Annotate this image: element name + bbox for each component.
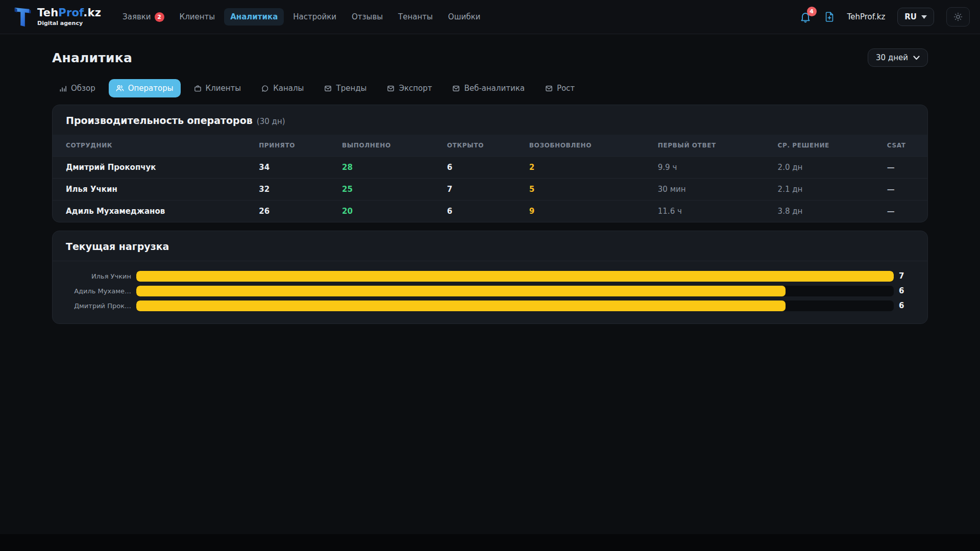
reopened-value: 2: [524, 157, 653, 179]
tab-export[interactable]: Экспорт: [380, 79, 439, 97]
table-row[interactable]: Илья Учкин 32 25 7 5 30 мин 2.1 дн —: [53, 179, 927, 201]
briefcase-icon: [194, 85, 202, 92]
first-response-value: 9.9 ч: [653, 157, 773, 179]
tab-operators[interactable]: Операторы: [109, 79, 181, 97]
main-nav: Заявки 2 Клиенты Аналитика Настройки Отз…: [116, 8, 486, 26]
column-header: ВЫПОЛНЕНО: [337, 135, 442, 157]
open-value: 6: [442, 157, 524, 179]
tab-trends[interactable]: Тренды: [317, 79, 374, 97]
mail-icon: [545, 85, 553, 92]
nav-item-clients[interactable]: Клиенты: [174, 8, 222, 26]
bar-track: [136, 286, 894, 296]
avg-resolution-value: 2.0 дн: [773, 157, 882, 179]
nav-item-errors[interactable]: Ошибки: [442, 8, 486, 26]
chart-row: Адиль Мухаме… 6: [66, 285, 914, 296]
chart-category-label: Илья Учкин: [66, 272, 131, 280]
tab-label: Рост: [557, 84, 575, 93]
bar-value: 7: [899, 271, 914, 281]
bar-value: 6: [899, 286, 914, 295]
completed-value: 20: [337, 201, 442, 222]
accepted-value: 34: [254, 157, 337, 179]
csat-value: —: [882, 201, 927, 222]
nav-item-tenants[interactable]: Тенанты: [392, 8, 439, 26]
caret-down-icon: [921, 15, 927, 19]
employee-name: Адиль Мухамеджанов: [53, 201, 254, 222]
tab-label: Клиенты: [206, 84, 241, 93]
nav-item-label: Отзывы: [352, 12, 383, 21]
bar-fill: [136, 300, 786, 311]
first-response-value: 30 мин: [653, 179, 773, 201]
table-row[interactable]: Дмитрий Прокопчук 34 28 6 2 9.9 ч 2.0 дн…: [53, 157, 927, 179]
brand-logo-text: TehProf.kz Digital agency: [37, 7, 101, 27]
notifications-count-badge: 4: [807, 7, 817, 16]
users-icon: [116, 84, 124, 92]
nav-item-requests[interactable]: Заявки 2: [116, 8, 170, 26]
employee-name: Дмитрий Прокопчук: [53, 157, 254, 179]
tab-label: Обзор: [71, 84, 95, 93]
table-header-row: СОТРУДНИК ПРИНЯТО ВЫПОЛНЕНО ОТКРЫТО ВОЗО…: [53, 135, 927, 157]
column-header: ВОЗОБНОВЛЕНО: [524, 135, 653, 157]
tab-clients[interactable]: Клиенты: [187, 79, 249, 97]
nav-item-analytics[interactable]: Аналитика: [224, 8, 284, 26]
reopened-value: 5: [524, 179, 653, 201]
page-header: Аналитика 30 дней: [52, 48, 928, 67]
chart-row: Дмитрий Прок… 6: [66, 300, 914, 311]
current-load-bar-chart: Илья Учкин 7 Адиль Мухаме… 6 Дмитрий Про…: [53, 261, 927, 323]
current-load-card: Текущая нагрузка Илья Учкин 7 Адиль Муха…: [52, 231, 928, 324]
tab-channels[interactable]: Каналы: [254, 79, 311, 97]
mail-icon: [387, 85, 395, 92]
file-plus-icon: [824, 11, 835, 23]
card-period-note: (30 дн): [257, 117, 285, 126]
csat-value: —: [882, 157, 927, 179]
chat-bubble-icon: [261, 85, 269, 92]
tab-label: Веб-аналитика: [464, 84, 524, 93]
card-title: Текущая нагрузка: [66, 241, 169, 252]
card-header: Текущая нагрузка: [53, 231, 927, 261]
nav-item-settings[interactable]: Настройки: [287, 8, 342, 26]
column-header: ОТКРЫТО: [442, 135, 524, 157]
bar-fill: [136, 271, 894, 282]
tab-overview[interactable]: Обзор: [52, 79, 103, 97]
language-selector[interactable]: RU: [897, 8, 934, 26]
brand-logo[interactable]: TehProf.kz Digital agency: [13, 6, 101, 28]
nav-item-reviews[interactable]: Отзывы: [346, 8, 389, 26]
chevron-down-icon: [913, 56, 920, 60]
reopened-value: 9: [524, 201, 653, 222]
chart-category-label: Адиль Мухаме…: [66, 287, 131, 295]
brand-logo-icon: [13, 6, 33, 28]
tab-web-analytics[interactable]: Веб-аналитика: [445, 79, 531, 97]
notifications-button[interactable]: 4: [799, 11, 812, 23]
period-select[interactable]: 30 дней: [868, 48, 928, 67]
table-row[interactable]: Адиль Мухамеджанов 26 20 6 9 11.6 ч 3.8 …: [53, 201, 927, 222]
completed-value: 28: [337, 157, 442, 179]
period-value: 30 дней: [876, 53, 908, 62]
column-header: ПРИНЯТО: [254, 135, 337, 157]
tab-label: Операторы: [128, 84, 174, 93]
card-header: Производительность операторов (30 дн): [53, 105, 927, 135]
first-response-value: 11.6 ч: [653, 201, 773, 222]
column-header: СР. РЕШЕНИЕ: [773, 135, 882, 157]
new-document-button[interactable]: [824, 11, 835, 23]
bar-fill: [136, 286, 786, 296]
column-header: ПЕРВЫЙ ОТВЕТ: [653, 135, 773, 157]
tab-label: Каналы: [273, 84, 304, 93]
analytics-page: Аналитика 30 дней Обзор Операторы: [0, 34, 980, 534]
column-header: СОТРУДНИК: [53, 135, 254, 157]
accepted-value: 26: [254, 201, 337, 222]
bar-chart-icon: [59, 85, 67, 92]
mail-icon: [452, 85, 460, 92]
brand-tagline: Digital agency: [37, 20, 83, 27]
avg-resolution-value: 3.8 дн: [773, 201, 882, 222]
nav-item-label: Клиенты: [180, 12, 215, 21]
bar-track: [136, 271, 894, 282]
theme-toggle-button[interactable]: [946, 7, 970, 27]
operators-performance-card: Производительность операторов (30 дн) СО…: [52, 105, 928, 222]
nav-item-label: Аналитика: [230, 12, 278, 21]
mail-icon: [324, 85, 332, 92]
brand-name: TehProf.kz: [37, 7, 101, 19]
card-title: Производительность операторов: [66, 115, 253, 126]
chart-category-label: Дмитрий Прок…: [66, 302, 131, 310]
tab-growth[interactable]: Рост: [538, 79, 582, 97]
page-title: Аналитика: [52, 51, 132, 65]
bar-track: [136, 300, 894, 311]
